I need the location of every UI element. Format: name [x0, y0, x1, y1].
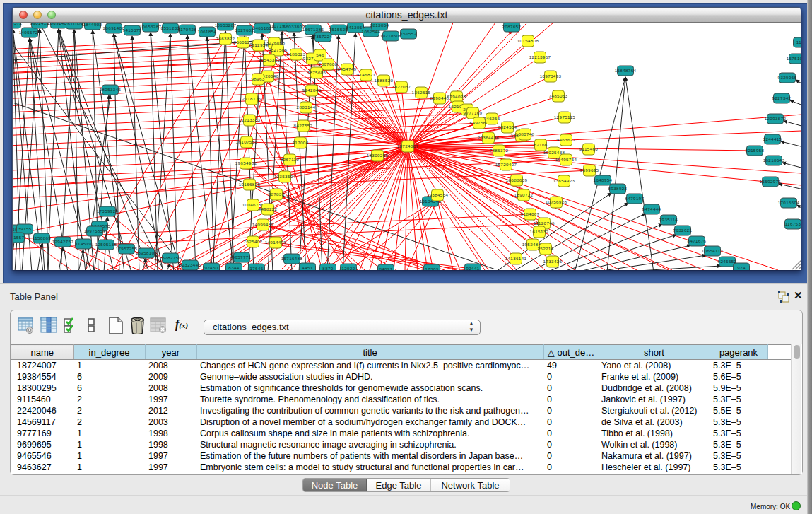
svg-text:17303: 17303: [425, 267, 438, 270]
svg-text:2935114: 2935114: [659, 217, 678, 222]
svg-text:1890722: 1890722: [514, 192, 534, 197]
svg-text:7886372: 7886372: [490, 148, 509, 153]
svg-text:14914479: 14914479: [265, 240, 287, 245]
svg-text:11120746: 11120746: [534, 221, 555, 226]
svg-text:1844902: 1844902: [83, 23, 102, 27]
svg-text:17957255: 17957255: [116, 246, 138, 251]
svg-text:8870: 8870: [322, 266, 334, 270]
svg-text:8267110: 8267110: [281, 157, 300, 162]
svg-text:19654982: 19654982: [235, 160, 257, 165]
svg-text:17016504: 17016504: [778, 200, 800, 205]
svg-text:39155: 39155: [18, 226, 31, 231]
svg-text:12213383: 12213383: [239, 117, 261, 122]
svg-text:10653287: 10653287: [215, 23, 237, 28]
svg-text:15692971: 15692971: [760, 179, 782, 184]
svg-text:18724007: 18724007: [397, 144, 419, 148]
svg-text:7663822: 7663822: [216, 36, 235, 41]
svg-text:15716485: 15716485: [281, 256, 303, 261]
svg-text:9699695: 9699695: [580, 168, 599, 173]
svg-text:16210643: 16210643: [763, 158, 785, 163]
svg-text:391557: 391557: [13, 235, 25, 240]
svg-text:1156869: 1156869: [33, 235, 52, 240]
svg-text:92441: 92441: [466, 266, 479, 270]
svg-text:116753: 116753: [785, 221, 801, 226]
svg-text:746266: 746266: [483, 116, 500, 121]
svg-text:16671385: 16671385: [302, 27, 324, 32]
svg-text:9657771: 9657771: [233, 255, 252, 259]
svg-text:14136141: 14136141: [505, 256, 527, 261]
svg-text:20364436: 20364436: [478, 135, 500, 140]
svg-text:9327506: 9327506: [269, 47, 288, 52]
svg-text:14055724: 14055724: [19, 30, 41, 35]
svg-text:19166825: 19166825: [239, 182, 261, 187]
svg-text:1588520: 1588520: [375, 78, 394, 83]
svg-text:252214: 252214: [537, 246, 553, 251]
svg-text:1640954: 1640954: [594, 177, 613, 182]
svg-text:14099489: 14099489: [252, 222, 274, 227]
svg-text:17359924: 17359924: [97, 209, 119, 214]
svg-text:16107553: 16107553: [236, 139, 258, 144]
svg-text:7611024: 7611024: [65, 23, 84, 26]
svg-text:18300295: 18300295: [367, 153, 389, 158]
svg-text:6794028: 6794028: [447, 94, 466, 99]
svg-text:6479197: 6479197: [625, 196, 645, 201]
svg-text:9146821: 9146821: [357, 72, 376, 77]
svg-text:8471676: 8471676: [688, 238, 707, 243]
svg-text:1170428: 1170428: [178, 27, 197, 32]
svg-text:8427552: 8427552: [294, 123, 313, 128]
svg-text:10973493: 10973493: [540, 74, 562, 78]
svg-text:887833: 887833: [268, 192, 284, 197]
svg-text:4498222: 4498222: [259, 206, 278, 211]
svg-text:751552: 751552: [400, 31, 416, 36]
svg-text:2367608: 2367608: [319, 62, 338, 66]
svg-text:9115460: 9115460: [579, 146, 599, 151]
svg-text:9242848: 9242848: [302, 88, 322, 93]
svg-text:9474444: 9474444: [642, 206, 661, 211]
svg-text:8990448: 8990448: [430, 95, 449, 100]
svg-text:1244415: 1244415: [763, 136, 782, 141]
svg-text:15720407: 15720407: [495, 162, 517, 167]
svg-text:2087652: 2087652: [502, 24, 522, 29]
svg-text:10756928: 10756928: [546, 199, 567, 204]
svg-text:9901413: 9901413: [30, 23, 49, 25]
svg-text:9410377: 9410377: [123, 28, 142, 33]
svg-text:9463627: 9463627: [557, 137, 576, 142]
svg-text:1117: 1117: [796, 40, 801, 45]
svg-text:8466160: 8466160: [253, 25, 272, 30]
svg-text:12093872: 12093872: [765, 116, 787, 121]
svg-text:8551233: 8551233: [161, 25, 180, 30]
svg-text:8938923: 8938923: [608, 186, 628, 191]
svg-text:28053346: 28053346: [100, 87, 122, 92]
svg-text:98963: 98963: [251, 76, 264, 81]
svg-text:13958107: 13958107: [136, 250, 158, 255]
svg-text:12323446: 12323446: [180, 262, 201, 267]
svg-text:9184067: 9184067: [521, 211, 540, 216]
svg-text:10653287: 10653287: [140, 24, 162, 29]
svg-text:1362615: 1362615: [412, 90, 431, 95]
svg-text:9777169: 9777169: [464, 110, 483, 115]
svg-text:3875685: 3875685: [307, 70, 326, 75]
svg-text:1080748: 1080748: [516, 132, 535, 136]
svg-text:12942757: 12942757: [52, 239, 74, 244]
svg-text:3824554: 3824554: [498, 124, 517, 129]
svg-text:8454749: 8454749: [338, 66, 357, 71]
svg-text:19975857: 19975857: [84, 228, 106, 233]
svg-text:924: 924: [737, 265, 746, 270]
svg-text:7632621: 7632621: [673, 228, 693, 233]
svg-text:12213967: 12213967: [529, 54, 551, 59]
svg-text:12505135: 12505135: [95, 242, 117, 247]
svg-text:19218506: 19218506: [380, 33, 402, 38]
svg-text:114519: 114519: [76, 241, 92, 246]
svg-text:4451: 4451: [302, 265, 313, 270]
svg-text:15751074: 15751074: [787, 56, 801, 61]
svg-text:546: 546: [316, 52, 324, 57]
svg-text:7357224: 7357224: [314, 34, 333, 39]
svg-text:8215958: 8215958: [746, 148, 765, 153]
svg-text:8344: 8344: [228, 265, 240, 270]
svg-text:19384554: 19384554: [427, 192, 449, 197]
svg-text:7485063: 7485063: [549, 93, 568, 98]
svg-text:8813054: 8813054: [370, 23, 389, 28]
svg-text:3822037: 3822037: [392, 84, 411, 89]
svg-text:20691406: 20691406: [103, 25, 125, 30]
svg-text:2718176: 2718176: [242, 96, 261, 101]
